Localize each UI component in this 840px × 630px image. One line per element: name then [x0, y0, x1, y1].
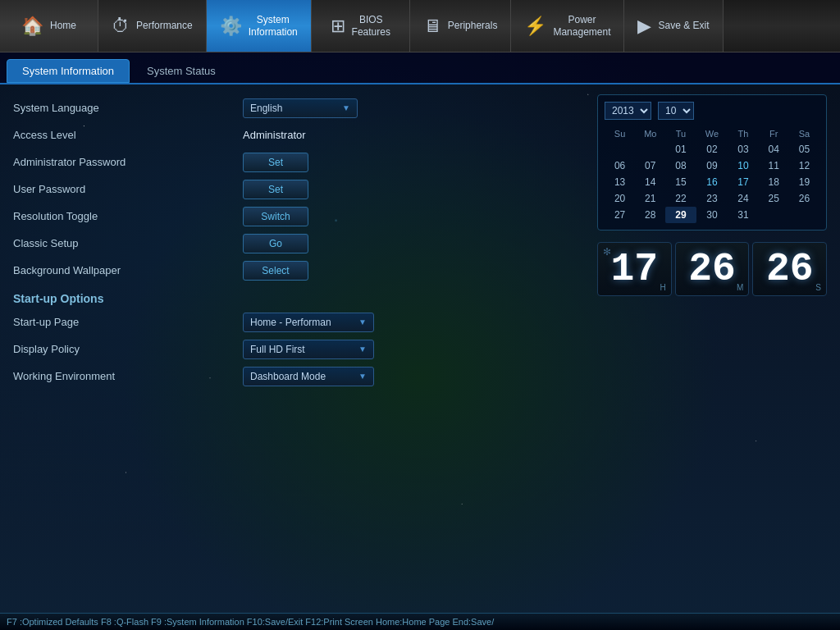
calendar-day[interactable]: 20	[605, 190, 635, 207]
calendar-day[interactable]: 03	[728, 141, 758, 158]
nav-peripherals[interactable]: 🖥 Peripherals	[410, 0, 512, 52]
background-wallpaper-row: Background Wallpaper Select	[13, 257, 581, 284]
right-panel: 2013 10 SuMoTuWeThFrSa 01020304050607080…	[597, 94, 827, 390]
display-policy-row: Display Policy Full HD First ▼	[13, 336, 581, 363]
calendar-day[interactable]: 12	[789, 158, 819, 174]
calendar-day[interactable]: 07	[635, 158, 665, 174]
nav-save-exit[interactable]: ▶ Save & Exit	[624, 0, 723, 52]
resolution-toggle-button[interactable]: Switch	[243, 207, 308, 226]
calendar-day[interactable]: 01	[665, 141, 696, 158]
nav-bios-features[interactable]: ⊞ BIOSFeatures	[312, 0, 410, 52]
startup-options-header: Start-up Options	[13, 284, 581, 308]
calendar-grid: SuMoTuWeThFrSa 0102030405060708091011121…	[605, 126, 819, 223]
calendar-day[interactable]: 27	[605, 207, 635, 223]
clock-m-label: M	[737, 283, 743, 292]
month-select[interactable]: 10	[658, 102, 694, 120]
nav-performance-label: Performance	[136, 20, 193, 31]
clock-minutes: 26 M	[675, 242, 750, 296]
clock-seconds: 26 S	[752, 242, 827, 296]
performance-icon: ⏱	[112, 16, 130, 37]
calendar-day[interactable]: 04	[759, 141, 789, 158]
calendar-day[interactable]: 09	[696, 158, 728, 174]
startup-page-row: Start-up Page Home - Performan ▼	[13, 308, 581, 336]
working-environment-dropdown[interactable]: Dashboard Mode ▼	[243, 367, 374, 386]
tab-system-information[interactable]: System Information	[7, 59, 130, 83]
display-policy-dropdown[interactable]: Full HD First ▼	[243, 340, 374, 359]
working-environment-arrow-icon: ▼	[358, 372, 367, 381]
calendar-day[interactable]: 31	[728, 207, 758, 223]
calendar-day[interactable]: 25	[759, 190, 789, 207]
startup-page-dropdown[interactable]: Home - Performan ▼	[243, 313, 374, 332]
calendar: 2013 10 SuMoTuWeThFrSa 01020304050607080…	[597, 94, 827, 231]
user-password-label: User Password	[13, 183, 243, 195]
system-info-icon: ⚙️	[220, 16, 242, 37]
calendar-day[interactable]: 17	[728, 174, 758, 190]
nav-power-label: PowerManagement	[553, 14, 610, 38]
access-level-value: Administrator	[243, 129, 306, 141]
tab-system-status[interactable]: System Status	[131, 59, 231, 83]
calendar-day[interactable]: 26	[789, 190, 819, 207]
calendar-day[interactable]: 05	[789, 141, 819, 158]
bottom-bar: F7 :Optimized Defaults F8 :Q-Flash F9 :S…	[0, 613, 840, 630]
clock-seconds-value: 26	[766, 249, 814, 289]
calendar-day[interactable]: 16	[696, 174, 728, 190]
user-password-button[interactable]: Set	[243, 180, 308, 199]
clock-icon: ✻	[603, 246, 611, 258]
calendar-day[interactable]: 28	[635, 207, 665, 223]
user-password-row: User Password Set	[13, 176, 581, 203]
system-language-label: System Language	[13, 102, 243, 114]
startup-page-label: Start-up Page	[13, 316, 243, 328]
calendar-day[interactable]: 30	[696, 207, 728, 223]
nav-system-info-label: SystemInformation	[249, 14, 298, 38]
nav-power-management[interactable]: ⚡ PowerManagement	[511, 0, 624, 52]
settings-panel: System Language English ▼ Access Level A…	[13, 94, 581, 390]
display-policy-label: Display Policy	[13, 343, 243, 355]
calendar-day[interactable]: 29	[665, 207, 696, 223]
system-language-dropdown[interactable]: English ▼	[243, 98, 358, 118]
clock-display: ✻ 17 H 26 M 26 S	[597, 242, 827, 296]
working-environment-row: Working Environment Dashboard Mode ▼	[13, 363, 581, 390]
clock-h-label: H	[660, 283, 665, 292]
calendar-day[interactable]: 21	[635, 190, 665, 207]
save-exit-icon: ▶	[637, 16, 651, 37]
calendar-day[interactable]: 14	[635, 174, 665, 190]
calendar-day[interactable]: 06	[605, 158, 635, 174]
clock-hours-value: 17	[611, 249, 659, 289]
power-icon: ⚡	[524, 16, 546, 37]
calendar-day[interactable]: 10	[728, 158, 758, 174]
calendar-day[interactable]: 19	[789, 174, 819, 190]
top-nav: 🏠 Home ⏱ Performance ⚙️ SystemInformatio…	[0, 0, 840, 52]
admin-password-row: Administrator Password Set	[13, 148, 581, 176]
calendar-day[interactable]: 13	[605, 174, 635, 190]
resolution-toggle-row: Resolution Toggle Switch	[13, 203, 581, 230]
calendar-day[interactable]: 23	[696, 190, 728, 207]
nav-peripherals-label: Peripherals	[448, 20, 498, 31]
classic-setup-button[interactable]: Go	[243, 234, 308, 253]
nav-save-exit-label: Save & Exit	[658, 20, 709, 31]
dropdown-arrow-icon: ▼	[342, 103, 350, 112]
background-wallpaper-button[interactable]: Select	[243, 261, 308, 281]
calendar-day[interactable]: 02	[696, 141, 728, 158]
nav-performance[interactable]: ⏱ Performance	[98, 0, 207, 52]
tab-bar: System Information System Status	[0, 52, 840, 84]
calendar-day[interactable]: 24	[728, 190, 758, 207]
calendar-day	[635, 141, 665, 158]
calendar-day[interactable]: 08	[665, 158, 696, 174]
peripherals-icon: 🖥	[423, 16, 441, 37]
background-wallpaper-label: Background Wallpaper	[13, 264, 243, 276]
access-level-row: Access Level Administrator	[13, 121, 581, 148]
nav-system-information[interactable]: ⚙️ SystemInformation	[207, 0, 312, 52]
calendar-day[interactable]: 18	[759, 174, 789, 190]
nav-home[interactable]: 🏠 Home	[0, 0, 98, 52]
main-content: System Language English ▼ Access Level A…	[0, 86, 840, 398]
calendar-day	[789, 207, 819, 223]
calendar-day[interactable]: 22	[665, 190, 696, 207]
resolution-toggle-label: Resolution Toggle	[13, 210, 243, 222]
admin-password-button[interactable]: Set	[243, 153, 308, 172]
calendar-day[interactable]: 15	[665, 174, 696, 190]
calendar-day	[605, 141, 635, 158]
calendar-day[interactable]: 11	[759, 158, 789, 174]
nav-bios-label: BIOSFeatures	[352, 14, 390, 38]
year-select[interactable]: 2013	[605, 102, 651, 120]
admin-password-label: Administrator Password	[13, 156, 243, 168]
